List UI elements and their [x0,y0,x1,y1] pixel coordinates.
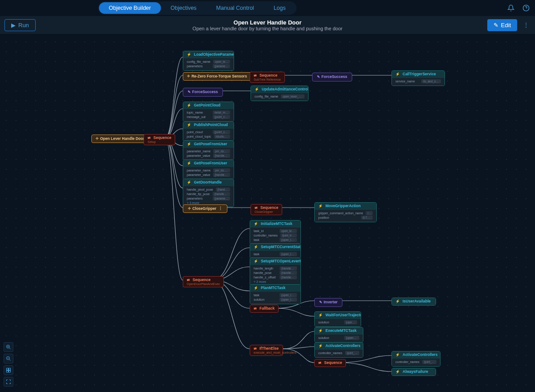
node-get-pose-from-user-1[interactable]: GetPoseFromUser parameter_namepm_door_ha… [183,140,234,160]
node-if-then-else[interactable]: IfThenElse execute_and_reset_controllers [250,345,283,356]
node-execute-mtc-task[interactable]: ExecuteMTCTask solution{open_lever_handl… [314,327,363,343]
page-title: Open Lever Handle Door [193,19,342,26]
svg-rect-9 [9,368,11,370]
node-call-trigger-service[interactable]: CallTriggerService service_name/io_and_s… [391,70,445,86]
grid-button[interactable] [4,365,13,375]
node-activate-controllers-2[interactable]: ActivateControllers controller_names/joi… [391,351,440,367]
node-get-point-cloud[interactable]: GetPointCloud topic_name/wrist_mounted_c… [183,102,234,122]
edit-button[interactable]: ✎ Edit [487,19,517,31]
node-main-sequence[interactable]: Sequence Setup [144,134,175,145]
node-forcesuccess-2[interactable]: ForceSuccess [183,88,223,97]
node-publish-point-cloud[interactable]: PublishPointCloud point_cloud{point_clou… [183,121,234,141]
seq-label: Sequence [153,136,171,140]
top-nav: Objective Builder Objectives Manual Cont… [0,0,535,16]
node-load-objective-parameters[interactable]: LoadObjectiveParameters config_file_name… [183,51,234,71]
node-seq-opendoor[interactable]: Sequence OpenDoorPlanAndExec [183,276,224,287]
run-label: Run [18,22,29,29]
node-rezero-ft-sensors[interactable]: ✧ Re-Zero Force-Torque Sensors ⋮ [183,72,257,81]
svg-rect-8 [7,368,8,370]
node-inner-sequence[interactable]: Sequence [314,359,346,367]
page-subtitle: Open a lever handle door by turning the … [193,26,342,31]
tab-manual-control[interactable]: Manual Control [206,2,264,14]
fullscreen-button[interactable] [4,377,13,387]
node-get-door-handle[interactable]: GetDoorHandle handle_pivot_pose{handle_p… [183,179,234,207]
edit-label: Edit [501,22,511,29]
run-button[interactable]: ▶ Run [4,19,36,31]
node-update-admittance-controller[interactable]: UpdateAdmittanceController config_file_n… [251,86,309,101]
node-always-failure[interactable]: AlwaysFailure [391,368,436,376]
svg-line-6 [9,359,11,361]
tab-group: Objective Builder Objectives Manual Cont… [98,1,296,15]
node-wait-for-user-trajectory-approval[interactable]: WaitForUserTrajectoryApproval solution{o… [314,311,361,327]
svg-line-2 [9,348,11,349]
zoom-out-button[interactable] [4,354,13,363]
node-fallback[interactable]: Fallback [250,305,279,313]
node-close-gripper[interactable]: ✧ CloseGripper ⋮ [183,204,227,213]
node-move-gripper-action[interactable]: MoveGripperAction gripper_command_action… [314,202,377,222]
tab-objectives[interactable]: Objectives [161,2,206,14]
svg-rect-11 [9,371,11,372]
tab-objective-builder[interactable]: Objective Builder [99,2,161,14]
tab-logs[interactable]: Logs [264,2,296,14]
node-initialize-mtc-task[interactable]: InitializeMTCTask task_idopen_lever_hand… [250,220,301,245]
node-setup-mtc-open-lever-handle-door[interactable]: SetupMTCOpenLeverHandleDoor handle_lengt… [250,257,301,286]
title-block: Open Lever Handle Door Open a lever hand… [193,19,342,31]
zoom-in-button[interactable] [4,342,13,352]
node-inverter[interactable]: Inverter [314,298,342,307]
node-plan-mtc-task[interactable]: PlanMTCTask task{open_lever_handle_door_… [250,284,301,304]
behavior-tree-canvas[interactable]: ✧ Open Lever Handle Door Sequence Setup … [0,34,535,392]
node-activate-controllers-1[interactable]: ActivateControllers controller_names/joi… [314,342,363,358]
play-icon: ▶ [11,22,16,29]
seq-sub: Setup [148,140,171,144]
tool-palette [4,342,13,387]
node-get-pose-from-user-2[interactable]: GetPoseFromUser parameter_namepm_door_ha… [183,159,234,180]
objective-header: ▶ Run Open Lever Handle Door Open a leve… [0,16,535,34]
bell-icon[interactable] [506,4,515,12]
pencil-icon: ✎ [494,22,498,29]
node-rezero-sequence[interactable]: Sequence SubTree Reference [250,72,285,83]
root-label: Open Lever Handle Door [100,136,144,141]
node-setup-mtc-current-state[interactable]: SetupMTCCurrentState task{open_lever_han… [250,243,301,259]
more-link[interactable]: + 2 more [254,280,297,284]
node-forcesuccess-1[interactable]: ForceSuccess [312,73,352,82]
node-close-gripper-sequence[interactable]: Sequence CloseGripper [251,204,282,215]
node-root[interactable]: ✧ Open Lever Handle Door [91,135,148,143]
help-icon[interactable] [522,4,531,12]
svg-rect-10 [7,371,8,372]
more-icon[interactable]: ⋮ [522,20,531,29]
node-is-user-available[interactable]: IsUserAvailable [391,298,436,306]
